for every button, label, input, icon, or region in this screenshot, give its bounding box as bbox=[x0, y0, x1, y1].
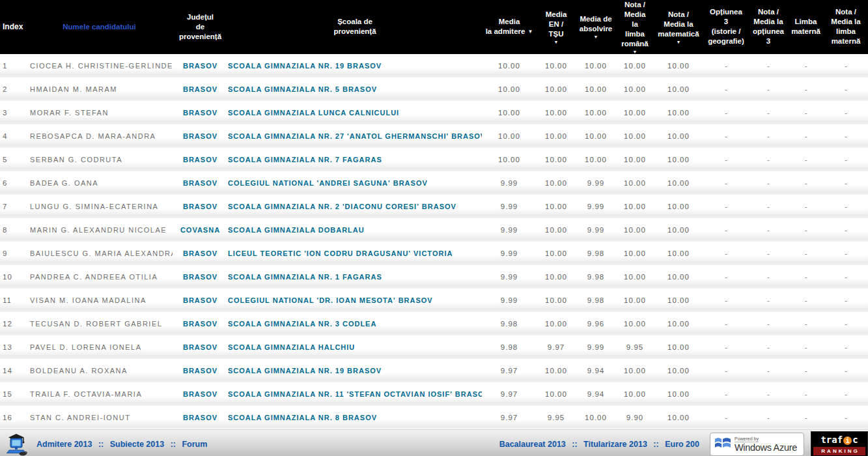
sort-arrow-icon[interactable]: ▼ bbox=[655, 40, 702, 44]
nota-romana-value: 10.00 bbox=[616, 289, 654, 312]
school-link[interactable]: LICEUL TEORETIC 'ION CODRU DRAGUSANU' VI… bbox=[228, 242, 482, 265]
county-link[interactable]: BRASOV bbox=[173, 312, 228, 335]
row-index: 5 bbox=[0, 148, 26, 171]
link-forum[interactable]: Forum bbox=[182, 440, 207, 449]
media-en-tsu-value: 10.00 bbox=[537, 359, 576, 382]
row-index: 2 bbox=[0, 78, 26, 101]
school-link[interactable]: SCOALA GIMNAZIALA DOBARLAU bbox=[228, 218, 482, 242]
trafic-ranking-badge[interactable]: trafic RANKING bbox=[811, 431, 868, 456]
column-header-candidate-name[interactable]: Numele candidatului bbox=[26, 0, 173, 54]
candidate-name: TRAILA F. OCTAVIA-MARIA bbox=[26, 382, 173, 406]
county-link[interactable]: BRASOV bbox=[173, 124, 228, 148]
county-link[interactable]: BRASOV bbox=[173, 78, 228, 101]
link-subiecte-2013[interactable]: Subiecte 2013 bbox=[110, 440, 164, 449]
nota-optiunea-3-value: - bbox=[749, 124, 788, 148]
sort-arrow-icon[interactable]: ▼ bbox=[577, 35, 615, 39]
county-link[interactable]: BRASOV bbox=[173, 101, 228, 124]
column-header-media-admitere[interactable]: Media la admitere▼ bbox=[482, 0, 537, 54]
school-link[interactable]: SCOALA GIMNAZIALA NR. 11 'STEFAN OCTAVIA… bbox=[228, 382, 482, 406]
sort-arrow-icon[interactable]: ▼ bbox=[538, 40, 574, 44]
nota-limba-materna-value: - bbox=[824, 265, 868, 289]
nota-limba-materna-value: - bbox=[824, 406, 868, 429]
county-link[interactable]: BRASOV bbox=[173, 265, 228, 289]
nota-optiunea-3-value: - bbox=[749, 78, 788, 101]
media-absolvire-value: 9.99 bbox=[576, 171, 616, 195]
row-index: 15 bbox=[0, 382, 26, 406]
nota-matematica-value: 10.00 bbox=[654, 218, 703, 242]
school-link[interactable]: SCOALA GIMNAZIALA HALCHIU bbox=[228, 335, 482, 359]
media-admitere-value: 9.99 bbox=[482, 265, 537, 289]
media-admitere-value: 10.00 bbox=[482, 54, 537, 78]
trafic-i-icon: i bbox=[843, 436, 852, 445]
media-en-tsu-value: 10.00 bbox=[537, 218, 576, 242]
nota-optiunea-3-value: - bbox=[749, 195, 788, 218]
county-link[interactable]: BRASOV bbox=[173, 382, 228, 406]
county-link[interactable]: BRASOV bbox=[173, 359, 228, 382]
school-link[interactable]: SCOALA GIMNAZIALA NR. 3 CODLEA bbox=[228, 312, 482, 335]
county-link[interactable]: BRASOV bbox=[173, 406, 228, 429]
candidate-name: MORAR F. STEFAN bbox=[26, 101, 173, 124]
school-link[interactable]: SCOALA GIMNAZIALA NR. 27 'ANATOL GHERMAN… bbox=[228, 124, 482, 148]
column-header-nota-matematica[interactable]: Nota / Media la matematică▼ bbox=[654, 0, 703, 54]
school-link[interactable]: SCOALA GIMNAZIALA NR. 5 BRASOV bbox=[228, 78, 482, 101]
table-row: 16 STAN C. ANDREI-IONUT BRASOV SCOALA GI… bbox=[0, 406, 868, 429]
column-header-media-absolvire[interactable]: Media de absolvire▼ bbox=[576, 0, 616, 54]
nota-matematica-value: 10.00 bbox=[654, 148, 703, 171]
sort-arrow-icon[interactable]: ▼ bbox=[527, 29, 533, 35]
optiunea-3-value: - bbox=[703, 382, 749, 406]
school-link[interactable]: COLEGIUL NATIONAL 'ANDREI SAGUNA' BRASOV bbox=[228, 171, 482, 195]
media-admitere-value: 10.00 bbox=[482, 124, 537, 148]
link-admitere-2013[interactable]: Admitere 2013 bbox=[36, 440, 92, 449]
county-link[interactable]: BRASOV bbox=[173, 171, 228, 195]
site-logo-icon[interactable] bbox=[5, 433, 27, 456]
link-euro-200[interactable]: Euro 200 bbox=[665, 440, 699, 449]
county-link[interactable]: BRASOV bbox=[173, 54, 228, 78]
county-link[interactable]: BRASOV bbox=[173, 289, 228, 312]
candidate-name: CIOCEA H. CHRISTINE-GERLINDE bbox=[26, 54, 173, 78]
school-link[interactable]: COLEGIUL NATIONAL 'DR. IOAN MESOTA' BRAS… bbox=[228, 289, 482, 312]
nota-romana-value: 9.90 bbox=[616, 406, 654, 429]
link-titularizare-2013[interactable]: Titularizare 2013 bbox=[583, 440, 647, 449]
limba-materna-value: - bbox=[788, 54, 824, 78]
nota-matematica-value: 10.00 bbox=[654, 242, 703, 265]
windows-azure-badge[interactable]: Powered by Windows Azure bbox=[710, 433, 804, 456]
media-en-tsu-value: 10.00 bbox=[537, 78, 576, 101]
nota-optiunea-3-value: - bbox=[749, 265, 788, 289]
school-link[interactable]: SCOALA GIMNAZIALA NR. 7 FAGARAS bbox=[228, 148, 482, 171]
county-link[interactable]: COVASNA bbox=[173, 218, 228, 242]
county-link[interactable]: BRASOV bbox=[173, 335, 228, 359]
nota-optiunea-3-value: - bbox=[749, 312, 788, 335]
column-header-media-en-tsu[interactable]: Media EN / TȘU▼ bbox=[537, 0, 576, 54]
nota-limba-materna-value: - bbox=[824, 382, 868, 406]
county-link[interactable]: BRASOV bbox=[173, 148, 228, 171]
nota-matematica-value: 10.00 bbox=[654, 265, 703, 289]
school-link[interactable]: SCOALA GIMNAZIALA NR. 8 BRASOV bbox=[228, 406, 482, 429]
school-link[interactable]: SCOALA GIMNAZIALA LUNCA CALNICULUI bbox=[228, 101, 482, 124]
school-link[interactable]: SCOALA GIMNAZIALA NR. 19 BRASOV bbox=[228, 359, 482, 382]
media-en-tsu-value: 10.00 bbox=[537, 124, 576, 148]
row-index: 1 bbox=[0, 54, 26, 78]
nota-limba-materna-value: - bbox=[824, 335, 868, 359]
nota-limba-materna-value: - bbox=[824, 359, 868, 382]
limba-materna-value: - bbox=[788, 312, 824, 335]
nota-romana-value: 9.95 bbox=[616, 335, 654, 359]
candidate-name: BADEA G. OANA bbox=[26, 171, 173, 195]
candidate-name: STAN C. ANDREI-IONUT bbox=[26, 406, 173, 429]
county-link[interactable]: BRASOV bbox=[173, 242, 228, 265]
media-admitere-value: 9.99 bbox=[482, 171, 537, 195]
school-link[interactable]: SCOALA GIMNAZIALA NR. 2 'DIACONU CORESI'… bbox=[228, 195, 482, 218]
media-absolvire-value: 10.00 bbox=[576, 148, 616, 171]
column-header-nota-romana[interactable]: Nota / Media la limba română▼ bbox=[616, 0, 654, 54]
optiunea-3-value: - bbox=[703, 171, 749, 195]
nota-limba-materna-value: - bbox=[824, 312, 868, 335]
school-link[interactable]: SCOALA GIMNAZIALA NR. 19 BRASOV bbox=[228, 54, 482, 78]
candidate-name: PANDREA C. ANDREEA OTILIA bbox=[26, 265, 173, 289]
table-row: 10 PANDREA C. ANDREEA OTILIA BRASOV SCOA… bbox=[0, 265, 868, 289]
school-link[interactable]: SCOALA GIMNAZIALA NR. 1 FAGARAS bbox=[228, 265, 482, 289]
row-index: 13 bbox=[0, 335, 26, 359]
nota-matematica-value: 10.00 bbox=[654, 312, 703, 335]
link-bacalaureat-2013[interactable]: Bacalaureat 2013 bbox=[499, 440, 566, 449]
nota-matematica-value: 10.00 bbox=[654, 124, 703, 148]
county-link[interactable]: BRASOV bbox=[173, 195, 228, 218]
media-absolvire-value: 9.99 bbox=[576, 195, 616, 218]
